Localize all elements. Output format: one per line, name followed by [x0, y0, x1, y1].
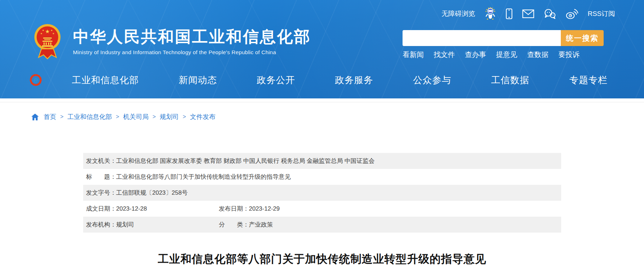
- svg-text:★: ★: [52, 32, 55, 35]
- row-value: 规划司: [116, 221, 134, 228]
- row-value: 2023-12-28: [116, 205, 147, 212]
- nav-item-gov-services[interactable]: 政务服务: [335, 74, 373, 86]
- breadcrumb: 首页 > 工业和信息化部 > 机关司局 > 规划司 > 文件发布: [31, 113, 215, 121]
- breadcrumb-separator: >: [116, 114, 119, 120]
- site-title-cn: 中华人民共和国工业和信息化部: [73, 28, 311, 46]
- breadcrumb-home[interactable]: 首页: [44, 113, 56, 121]
- svg-text:★: ★: [51, 29, 53, 32]
- mail-icon[interactable]: [522, 9, 534, 18]
- svg-text:★: ★: [40, 32, 42, 35]
- primary-nav: e 工业和信息化部 新闻动态 政务公开 政务服务 公众参与 工信数据 专题专栏: [0, 70, 644, 90]
- nav-item-news[interactable]: 新闻动态: [179, 74, 217, 86]
- nav-items: 工业和信息化部 新闻动态 政务公开 政务服务 公众参与 工信数据 专题专栏: [72, 70, 608, 90]
- breadcrumb-separator: >: [183, 114, 186, 120]
- quick-link-complaint[interactable]: 要投诉: [558, 50, 580, 59]
- row-label: 发文机关：: [86, 158, 116, 164]
- site-title-en: Ministry of Industry and Information Tec…: [73, 49, 311, 56]
- row-value: 2023-12-29: [249, 205, 280, 212]
- row-label: 发文字号：: [86, 189, 116, 196]
- row-pair-publish-date: 发布日期：2023-12-29: [219, 201, 280, 217]
- search-area: 统一搜索: [403, 30, 604, 46]
- row-value: 工信部联规〔2023〕258号: [116, 189, 188, 196]
- breadcrumb-separator: >: [60, 114, 63, 120]
- table-row-publisher-category: 发布机构：规划司 分 类：产业政策: [83, 217, 561, 233]
- page: 无障碍浏览: [0, 0, 644, 274]
- site-header: 无障碍浏览: [0, 0, 644, 98]
- table-row-issuing-agency: 发文机关：工业和信息化部 国家发展改革委 教育部 财政部 中国人民银行 税务总局…: [83, 153, 561, 169]
- nav-item-participation[interactable]: 公众参与: [413, 74, 451, 86]
- unified-search-button[interactable]: 统一搜索: [561, 30, 604, 46]
- header-divider: [0, 102, 644, 102]
- weibo-icon[interactable]: [565, 8, 578, 19]
- breadcrumb-planning-dept[interactable]: 规划司: [160, 113, 179, 121]
- home-icon[interactable]: [31, 113, 39, 121]
- quick-links: 看新闻 找文件 查办事 提意见 查数据 要投诉: [403, 50, 580, 59]
- row-pair-category: 分 类：产业政策: [219, 217, 273, 233]
- document-info-table: 发文机关：工业和信息化部 国家发展改革委 教育部 财政部 中国人民银行 税务总局…: [83, 153, 561, 233]
- nav-item-gov-info[interactable]: 政务公开: [257, 74, 295, 86]
- row-label: 标 题：: [86, 173, 116, 180]
- utility-bar: 无障碍浏览: [441, 7, 615, 21]
- row-label: 发布日期：: [219, 205, 249, 212]
- mobile-icon[interactable]: [506, 8, 513, 19]
- row-label: 分 类：: [219, 221, 249, 228]
- breadcrumb-separator: >: [153, 114, 156, 120]
- breadcrumb-departments[interactable]: 机关司局: [123, 113, 149, 121]
- table-row-title: 标 题：工业和信息化部等八部门关于加快传统制造业转型升级的指导意见: [83, 169, 561, 185]
- row-value: 产业政策: [249, 221, 273, 228]
- nav-item-topics[interactable]: 专题专栏: [569, 74, 608, 86]
- search-input[interactable]: [403, 30, 561, 46]
- row-label: 发布机构：: [86, 221, 116, 228]
- svg-text:e: e: [33, 75, 38, 85]
- quick-link-data[interactable]: 查数据: [527, 50, 548, 59]
- wechat-icon[interactable]: [544, 8, 556, 19]
- robot-mascot-icon[interactable]: [485, 7, 496, 21]
- quick-link-services[interactable]: 查办事: [465, 50, 486, 59]
- table-row-dates: 成文日期：2023-12-28 发布日期：2023-12-29: [83, 201, 561, 217]
- nav-item-data[interactable]: 工信数据: [491, 74, 529, 86]
- quick-link-feedback[interactable]: 提意见: [496, 50, 517, 59]
- svg-text:★: ★: [45, 28, 50, 34]
- rss-link[interactable]: RSS订阅: [588, 9, 615, 18]
- quick-link-news[interactable]: 看新闻: [403, 50, 424, 59]
- quick-link-files[interactable]: 找文件: [434, 50, 455, 59]
- document-title: 工业和信息化部等八部门关于加快传统制造业转型升级的指导意见: [0, 252, 644, 267]
- row-value: 工业和信息化部 国家发展改革委 教育部 财政部 中国人民银行 税务总局 金融监管…: [116, 158, 375, 164]
- brand-titles: 中华人民共和国工业和信息化部 Ministry of Industry and …: [73, 28, 311, 56]
- row-value: 工业和信息化部等八部门关于加快传统制造业转型升级的指导意见: [116, 173, 291, 180]
- accessibility-link[interactable]: 无障碍浏览: [441, 9, 475, 18]
- nav-item-miit[interactable]: 工业和信息化部: [72, 74, 139, 86]
- row-label: 成文日期：: [86, 205, 116, 212]
- svg-text:★: ★: [42, 29, 44, 32]
- national-emblem: ★ ★ ★ ★ ★: [34, 23, 61, 62]
- table-row-document-number: 发文字号：工信部联规〔2023〕258号: [83, 185, 561, 201]
- miit-logo-icon[interactable]: e: [29, 72, 42, 89]
- breadcrumb-document-release[interactable]: 文件发布: [190, 113, 215, 121]
- breadcrumb-miit[interactable]: 工业和信息化部: [67, 113, 112, 121]
